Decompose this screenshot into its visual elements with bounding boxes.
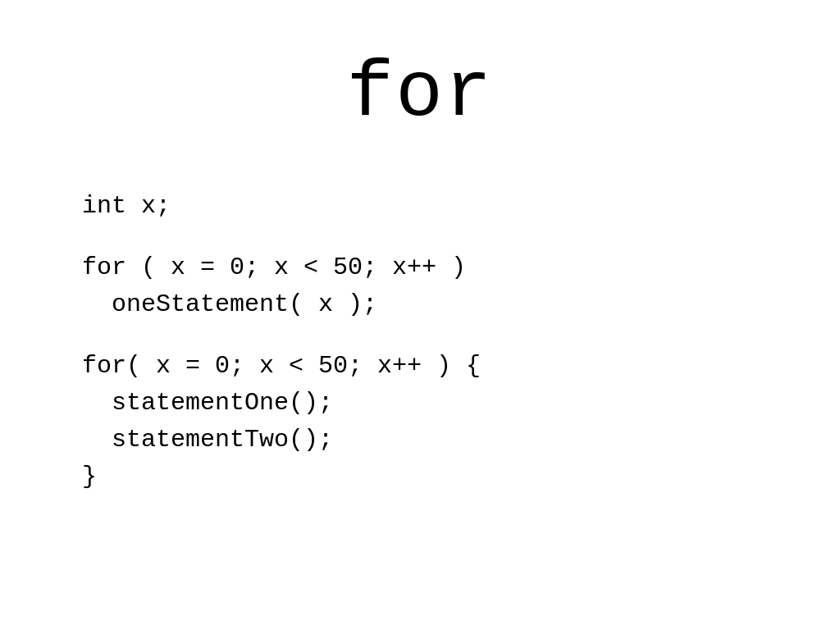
code-block-2: for ( x = 0; x < 50; x++ ) oneStatement(… (82, 249, 774, 323)
code-block-1: int x; (82, 188, 774, 225)
code-section: int x; for ( x = 0; x < 50; x++ ) oneSta… (66, 188, 774, 495)
code-line: for( x = 0; x < 50; x++ ) { (82, 348, 774, 385)
page-container: for int x; for ( x = 0; x < 50; x++ ) on… (0, 0, 840, 630)
code-line: int x; (82, 188, 774, 225)
code-line: oneStatement( x ); (82, 286, 774, 323)
title-section: for (66, 49, 774, 139)
code-line: statementOne(); (82, 385, 774, 422)
code-line: } (82, 459, 774, 495)
page-title: for (347, 49, 494, 139)
code-block-3: for( x = 0; x < 50; x++ ) { statementOne… (82, 348, 774, 495)
code-line: statementTwo(); (82, 422, 774, 459)
code-line: for ( x = 0; x < 50; x++ ) (82, 249, 774, 286)
